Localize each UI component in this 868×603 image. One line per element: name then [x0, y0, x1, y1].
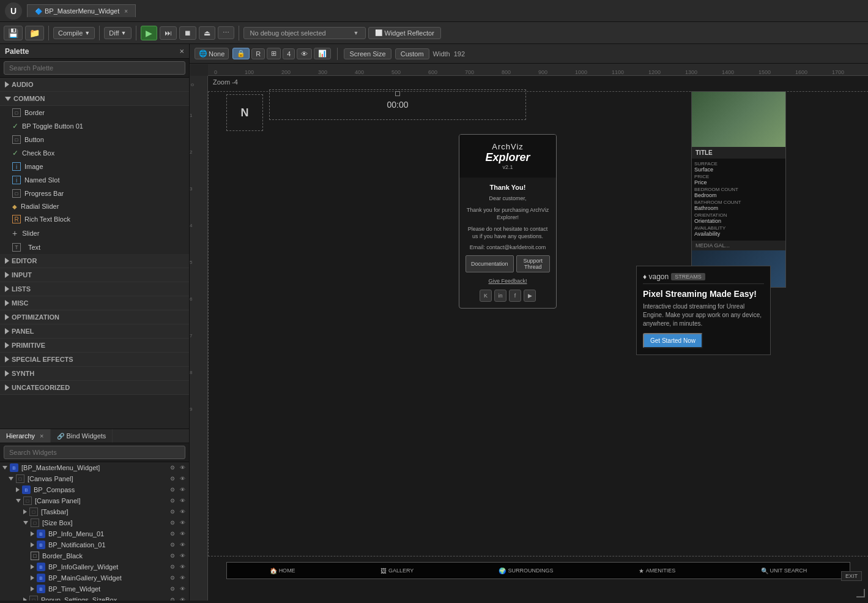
main-gallery-settings-icon[interactable]: ⚙ — [168, 574, 177, 582]
canvas-custom-dropdown[interactable]: Custom — [395, 48, 429, 59]
notification-settings-icon[interactable]: ⚙ — [168, 541, 177, 549]
palette-close-icon[interactable]: × — [179, 47, 184, 56]
palette-section-lists[interactable]: LISTS — [0, 282, 189, 296]
open-button[interactable]: 📁 — [25, 26, 44, 40]
vagon-panel[interactable]: ♦ vagon STREAMS Pixel Streaming Made Eas… — [636, 266, 771, 355]
palette-item-checkbox[interactable]: ✓ Check Box — [0, 146, 189, 160]
h-item-compass[interactable]: B BP_Compass ⚙ 👁 — [0, 484, 189, 495]
h-item-canvas2[interactable]: □ [Canvas Panel] ⚙ 👁 — [0, 495, 189, 506]
time-widget[interactable]: 00:00 — [269, 89, 526, 120]
nav-amenities[interactable]: ★ AMENITIES — [639, 567, 676, 574]
archviz-social-linkedin[interactable]: in — [494, 290, 506, 302]
canvas-toggle-globe[interactable]: 🌐 None — [195, 48, 229, 59]
canvas1-eye-icon[interactable]: 👁 — [178, 474, 187, 483]
canvas-tool-chart[interactable]: 📊 — [314, 48, 331, 59]
nav-gallery[interactable]: 🖼 GALLERY — [380, 567, 414, 574]
canvas-tool-lock[interactable]: 🔒 — [232, 48, 250, 59]
step-button[interactable]: ⏭ — [160, 26, 177, 40]
compass-widget[interactable]: N — [226, 94, 263, 131]
canvas-screen-size-dropdown[interactable]: Screen Size — [344, 48, 391, 59]
archviz-feedback-text[interactable]: Give Feedback! — [488, 278, 527, 284]
hierarchy-tab-close-icon[interactable]: × — [40, 432, 43, 440]
compass-settings-icon[interactable]: ⚙ — [168, 485, 177, 494]
stop-button[interactable]: ⏹ — [179, 26, 196, 40]
h-item-border-black[interactable]: □ Border_Black ⚙ 👁 — [0, 550, 189, 561]
palette-section-optimization[interactable]: OPTIMIZATION — [0, 310, 189, 324]
palette-item-rich-text-block[interactable]: R Rich Text Block — [0, 212, 189, 226]
resize-handle[interactable] — [856, 589, 865, 597]
compass-eye-icon[interactable]: 👁 — [178, 485, 187, 494]
info-menu-settings-icon[interactable]: ⚙ — [168, 530, 177, 538]
h-item-taskbar[interactable]: □ [Taskbar] ⚙ 👁 — [0, 506, 189, 517]
debug-dropdown[interactable]: No debug object selected ▼ — [243, 27, 366, 39]
h-item-main-gallery[interactable]: B BP_MainGallery_Widget ⚙ 👁 — [0, 572, 189, 583]
info-gallery-settings-icon[interactable]: ⚙ — [168, 563, 177, 571]
palette-item-slider[interactable]: + Slider — [0, 226, 189, 241]
widget-reflector-button[interactable]: ⬜ Widget Reflector — [368, 27, 441, 39]
palette-section-panel[interactable]: PANEL — [0, 324, 189, 339]
h-item-time-widget[interactable]: B BP_Time_Widget ⚙ 👁 — [0, 583, 189, 594]
archviz-doc-button[interactable]: Documentation — [466, 255, 514, 272]
canvas-tool-number[interactable]: 4 — [283, 48, 295, 59]
hierarchy-search-input[interactable] — [4, 446, 185, 459]
canvas-tool-r[interactable]: R — [251, 48, 265, 59]
h-item-canvas1[interactable]: □ [Canvas Panel] ⚙ 👁 — [0, 473, 189, 484]
palette-section-common[interactable]: COMMON — [0, 92, 189, 106]
h-item-info-gallery[interactable]: B BP_InfoGallery_Widget ⚙ 👁 — [0, 561, 189, 572]
palette-item-text[interactable]: T Text — [0, 241, 189, 254]
archviz-support-button[interactable]: Support Thread — [516, 255, 550, 272]
popup-settings-settings-icon[interactable]: ⚙ — [168, 596, 177, 601]
palette-item-bp-toggle[interactable]: ✓ BP Toggle Button 01 — [0, 119, 189, 133]
taskbar-eye-icon[interactable]: 👁 — [178, 507, 187, 516]
h-item-notification[interactable]: B BP_Notification_01 ⚙ 👁 — [0, 539, 189, 550]
archviz-social-youtube[interactable]: ▶ — [524, 290, 536, 302]
diff-button[interactable]: Diff ▼ — [104, 27, 131, 39]
archviz-social-facebook[interactable]: f — [509, 290, 521, 302]
palette-item-button[interactable]: □ Button — [0, 133, 189, 146]
border-black-eye-icon[interactable]: 👁 — [178, 552, 187, 560]
hierarchy-tab-hierarchy[interactable]: Hierarchy × — [0, 429, 51, 443]
canvas2-settings-icon[interactable]: ⚙ — [168, 496, 177, 505]
compile-button[interactable]: Compile ▼ — [53, 27, 95, 39]
hierarchy-tab-bind-widgets[interactable]: 🔗 Bind Widgets — [51, 429, 113, 443]
palette-section-uncategorized[interactable]: UNCATEGORIZED — [0, 381, 189, 395]
palette-section-synth[interactable]: SYNTH — [0, 367, 189, 381]
play-button[interactable]: ▶ — [141, 26, 157, 40]
info-gallery-eye-icon[interactable]: 👁 — [178, 563, 187, 571]
canvas1-settings-icon[interactable]: ⚙ — [168, 474, 177, 483]
palette-section-misc[interactable]: MISC — [0, 296, 189, 310]
h-item-sizebox[interactable]: □ [Size Box] ⚙ 👁 — [0, 517, 189, 528]
root-settings-icon[interactable]: ⚙ — [168, 463, 177, 472]
more-button[interactable]: ⋯ — [218, 26, 234, 39]
canvas-tool-eye[interactable]: 👁 — [297, 48, 312, 59]
vagon-cta-button[interactable]: Get Started Now — [643, 333, 703, 348]
palette-item-radial-slider[interactable]: ◆ Radial Slider — [0, 200, 189, 212]
eject-button[interactable]: ⏏ — [199, 26, 215, 40]
palette-section-primitive[interactable]: PRIMITIVE — [0, 339, 189, 353]
h-item-popup-settings[interactable]: □ Popup_Settings_SizeBox ⚙ 👁 — [0, 594, 189, 601]
tab-close-icon[interactable]: × — [124, 8, 128, 15]
notification-eye-icon[interactable]: 👁 — [178, 541, 187, 549]
popup-settings-eye-icon[interactable]: 👁 — [178, 596, 187, 601]
h-item-info-menu[interactable]: B BP_Info_Menu_01 ⚙ 👁 — [0, 528, 189, 539]
nav-home[interactable]: 🏠 HOME — [270, 567, 295, 574]
palette-item-named-slot[interactable]: i Named Slot — [0, 173, 189, 187]
nav-surroundings[interactable]: 🌍 SURROUNDINGS — [499, 567, 553, 574]
info-menu-eye-icon[interactable]: 👁 — [178, 530, 187, 538]
h-item-root[interactable]: B [BP_MasterMenu_Widget] ⚙ 👁 — [0, 462, 189, 473]
palette-section-audio[interactable]: AUDIO — [0, 78, 189, 92]
canvas-tool-grid[interactable]: ⊞ — [267, 48, 281, 59]
sizebox-settings-icon[interactable]: ⚙ — [168, 519, 177, 527]
palette-item-border[interactable]: □ Border — [0, 106, 189, 119]
palette-item-progress-bar[interactable]: □ Progress Bar — [0, 187, 189, 200]
palette-item-image[interactable]: i Image — [0, 160, 189, 173]
root-eye-icon[interactable]: 👁 — [178, 463, 187, 472]
time-widget-eye-icon[interactable]: 👁 — [178, 585, 187, 593]
tab-bp-masterwidget[interactable]: 🔷 BP_MasterMenu_Widget × — [27, 4, 136, 17]
taskbar-settings-icon[interactable]: ⚙ — [168, 507, 177, 516]
palette-search-input[interactable] — [4, 61, 185, 75]
palette-section-editor[interactable]: EDITOR — [0, 254, 189, 268]
nav-unit-search[interactable]: 🔍 UNIT SEARCH — [761, 567, 807, 574]
save-button[interactable]: 💾 — [4, 26, 23, 40]
sizebox-eye-icon[interactable]: 👁 — [178, 519, 187, 527]
